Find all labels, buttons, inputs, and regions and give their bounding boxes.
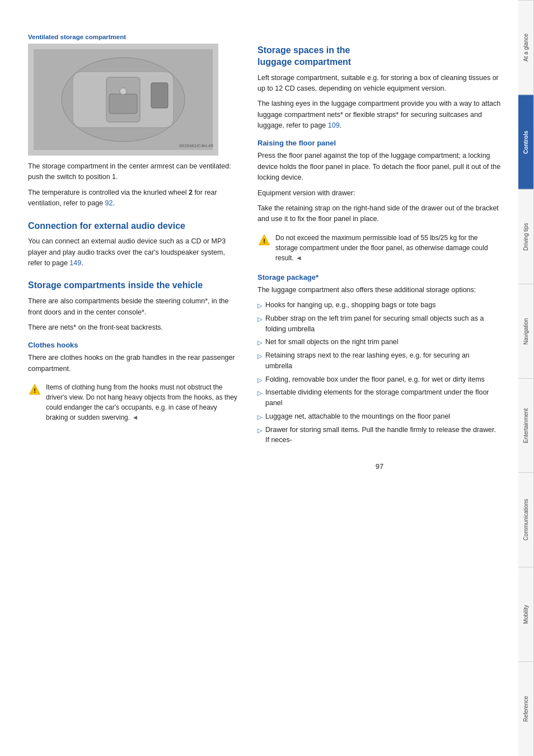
svg-rect-5 (109, 94, 137, 114)
clothes-hooks-body1: There are clothes hooks on the grab hand… (28, 353, 241, 374)
raising-floor-panel-heading: Raising the floor panel (257, 139, 502, 147)
sidebar-tab-entertainment[interactable]: Entertainment (518, 378, 534, 473)
list-item-text: Insertable dividing elements for the sto… (265, 387, 496, 408)
list-item: ▷Folding, removable box under the floor … (257, 374, 502, 385)
storage-package-body: The luggage compartment also offers thes… (257, 285, 502, 295)
sidebar: At a glanceControlsDriving tipsNavigatio… (518, 0, 534, 756)
sidebar-tab-controls[interactable]: Controls (518, 95, 534, 189)
floor-panel-warning-text: Do not exceed the maximum permissible lo… (275, 233, 502, 263)
page-number: 97 (257, 457, 502, 476)
storage-package-list: ▷Hooks for hanging up, e.g., shopping ba… (257, 300, 502, 445)
sidebar-tab-reference[interactable]: Reference (518, 661, 534, 756)
sidebar-tab-driving-tips[interactable]: Driving tips (518, 189, 534, 284)
storage-compartments-section: Storage compartments inside the vehicle … (28, 280, 241, 425)
list-item: ▷Retaining straps next to the rear lashi… (257, 350, 502, 372)
right-column: Storage spaces in the luggage compartmen… (257, 34, 502, 734)
floor-panel-warning: ! Do not exceed the maximum permissible … (257, 231, 502, 265)
bullet-arrow-icon: ▷ (257, 388, 262, 398)
list-item-text: Luggage net, attachable to the mountings… (265, 411, 450, 422)
list-item-text: Retaining straps next to the rear lashin… (265, 350, 496, 372)
bullet-arrow-icon: ▷ (257, 375, 262, 385)
left-column: Ventilated storage compartment (28, 34, 241, 734)
storage-spaces-section: Storage spaces in the luggage compartmen… (257, 45, 502, 445)
raising-floor-panel-body3: Take the retaining strap on the right-ha… (257, 203, 502, 225)
storage-compartments-body1: There are also compartments beside the s… (28, 296, 241, 318)
bullet-arrow-icon: ▷ (257, 426, 262, 435)
svg-point-7 (120, 88, 127, 95)
list-item: ▷Hooks for hanging up, e.g., shopping ba… (257, 300, 502, 311)
ventilated-body1: The storage compartment in the center ar… (28, 161, 241, 183)
raising-floor-panel-section: Raising the floor panel Press the floor … (257, 139, 502, 265)
list-item-text: Net for small objects on the right trim … (265, 337, 399, 348)
list-item-text: Rubber strap on the left trim panel for … (265, 313, 496, 335)
clothes-hooks-warning: ! Items of clothing hung from the hooks … (28, 380, 241, 425)
list-item-text: Folding, removable box under the floor p… (265, 374, 485, 385)
svg-rect-6 (151, 83, 168, 108)
list-item: ▷Luggage net, attachable to the mounting… (257, 411, 502, 422)
sidebar-tab-mobility[interactable]: Mobility (518, 567, 534, 661)
storage-spaces-body2: The lashing eyes in the luggage compartm… (257, 98, 502, 131)
connection-section: Connection for external audio device You… (28, 220, 241, 269)
list-item: ▷Drawer for storing small items. Pull th… (257, 425, 502, 446)
warning-icon: ! (28, 383, 41, 396)
raising-floor-panel-body1: Press the floor panel against the top of… (257, 151, 502, 183)
raising-floor-panel-body2: Equipment version with drawer: (257, 188, 502, 199)
bullet-arrow-icon: ▷ (257, 314, 262, 324)
svg-text:!: ! (263, 238, 265, 245)
list-item: ▷Insertable dividing elements for the st… (257, 387, 502, 408)
storage-compartments-body2: There are nets* on the front-seat backre… (28, 322, 241, 333)
storage-package-section: Storage package* The luggage compartment… (257, 273, 502, 445)
storage-package-heading: Storage package* (257, 273, 502, 281)
floor-warning-icon: ! (257, 233, 271, 247)
ventilated-section: Ventilated storage compartment (28, 34, 241, 209)
storage-compartments-heading: Storage compartments inside the vehicle (28, 280, 241, 292)
clothes-hooks-heading: Clothes hooks (28, 341, 241, 349)
clothes-hooks-warning-text: Items of clothing hung from the hooks mu… (46, 382, 241, 422)
storage-spaces-body1: Left storage compartment, suitable e.g. … (257, 73, 502, 95)
sidebar-tab-at-a-glance[interactable]: At a glance (518, 0, 534, 95)
connection-body: You can connect an external audio device… (28, 236, 241, 269)
car-image: 0015461/C4H-45 (28, 44, 218, 156)
bullet-arrow-icon: ▷ (257, 412, 262, 422)
bullet-arrow-icon: ▷ (257, 301, 262, 311)
clothes-hooks-section: Clothes hooks There are clothes hooks on… (28, 341, 241, 425)
list-item-text: Hooks for hanging up, e.g., shopping bag… (265, 300, 435, 311)
car-image-svg: 0015461/C4H-45 (28, 44, 218, 156)
bullet-arrow-icon: ▷ (257, 338, 262, 348)
svg-text:!: ! (34, 387, 36, 394)
list-item: ▷Net for small objects on the right trim… (257, 337, 502, 348)
list-item-text: Drawer for storing small items. Pull the… (265, 425, 496, 446)
sidebar-tab-navigation[interactable]: Navigation (518, 284, 534, 378)
storage-spaces-heading: Storage spaces in the luggage compartmen… (257, 45, 502, 68)
ventilated-section-label: Ventilated storage compartment (28, 34, 241, 40)
connection-heading: Connection for external audio device (28, 220, 241, 232)
list-item: ▷Rubber strap on the left trim panel for… (257, 313, 502, 335)
bullet-arrow-icon: ▷ (257, 351, 262, 361)
sidebar-tab-communications[interactable]: Communications (518, 472, 534, 567)
svg-text:0015461/C4H-45: 0015461/C4H-45 (179, 143, 213, 148)
ventilated-body2: The temperature is controlled via the kn… (28, 187, 241, 209)
